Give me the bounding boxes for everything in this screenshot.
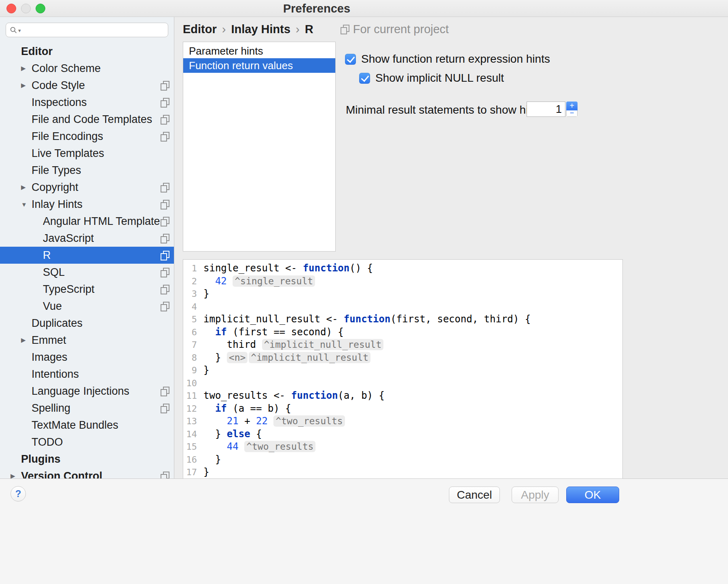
show-implicit-null-option: Show implicit NULL result [359,72,504,85]
sidebar-item-file-types[interactable]: File Types [0,162,174,179]
chevron-collapsed-icon[interactable]: ▶ [11,472,21,478]
sidebar-item-code-style[interactable]: ▶Code Style [0,77,174,94]
sidebar-item-label: JavaScript [43,232,160,245]
inlay-hint: ^two_results [244,441,315,452]
sidebar-item-label: Plugins [21,453,174,466]
code-text: } [203,364,622,377]
breadcrumb-inlay-hints[interactable]: Inlay Hints [231,23,290,36]
decrement-button[interactable]: − [566,110,578,117]
sidebar-item-label: Color Scheme [32,62,174,75]
search-options-caret-icon[interactable]: ▾ [18,28,21,34]
close-button[interactable] [6,4,16,13]
cancel-button[interactable]: Cancel [449,487,500,503]
minimize-button [21,4,31,13]
code-text: third ^implicit_null_result [203,339,622,351]
sidebar-item-label: Version Control [21,470,160,479]
hint-type-function-return-values[interactable]: Function return values [183,58,335,73]
copy-settings-icon [160,234,169,243]
code-lines: 1single_result <- function() {2 42 ^sing… [183,262,622,478]
search-area: ▾ [0,17,174,41]
sidebar-item-todo[interactable]: TODO [0,434,174,451]
line-number: 5 [183,313,203,326]
sidebar-item-label: Inspections [32,96,160,109]
sidebar-item-typescript[interactable]: TypeScript [0,281,174,298]
sidebar-item-plugins[interactable]: Plugins [0,451,174,468]
sidebar-item-inlay-hints[interactable]: ▼Inlay Hints [0,196,174,213]
breadcrumb-editor[interactable]: Editor [183,23,217,36]
line-number: 2 [183,275,203,288]
for-current-project: For current project [340,23,449,36]
code-text: if (a == b) { [203,402,622,415]
zoom-button[interactable] [36,4,45,13]
copy-settings-icon [160,183,169,192]
sidebar-item-label: File and Code Templates [32,113,160,126]
line-number: 9 [183,364,203,377]
inlay-hint: ^single_result [233,275,315,287]
minimal-statements-input[interactable] [527,102,565,117]
sidebar-item-inspections[interactable]: Inspections [0,94,174,111]
sidebar-item-language-injections[interactable]: Language Injections [0,383,174,400]
breadcrumb-r: R [305,23,313,36]
sidebar-item-file-encodings[interactable]: File Encodings [0,128,174,145]
settings-search-input[interactable] [23,24,165,36]
sidebar-item-version-control[interactable]: ▶Version Control [0,468,174,478]
search-field[interactable]: ▾ [6,23,168,37]
settings-main-pane: Editor › Inlay Hints › R For current pro… [175,17,728,478]
help-button[interactable]: ? [11,486,26,501]
sidebar-item-angular-html-template[interactable]: Angular HTML Template [0,213,174,230]
sidebar-item-duplicates[interactable]: Duplicates [0,315,174,332]
sidebar-item-label: Inlay Hints [32,198,160,211]
sidebar-item-editor[interactable]: Editor [0,43,174,60]
sidebar-item-vue[interactable]: Vue [0,298,174,315]
sidebar-item-label: File Encodings [32,130,160,143]
copy-settings-icon [160,132,169,141]
sidebar-item-sql[interactable]: SQL [0,264,174,281]
show-implicit-null-checkbox[interactable] [359,73,370,84]
chevron-collapsed-icon[interactable]: ▶ [21,65,32,72]
chevron-collapsed-icon[interactable]: ▶ [21,336,32,344]
sidebar-item-copyright[interactable]: ▶Copyright [0,179,174,196]
sidebar-item-file-and-code-templates[interactable]: File and Code Templates [0,111,174,128]
line-number: 17 [183,466,203,478]
sidebar-item-label: Live Templates [32,147,174,160]
chevron-collapsed-icon[interactable]: ▶ [21,184,32,191]
sidebar-item-label: Code Style [32,79,160,92]
sidebar-item-emmet[interactable]: ▶Emmet [0,332,174,349]
minimal-statements-label: Minimal result statements to show hints [346,104,544,116]
show-return-hints-checkbox[interactable] [345,54,356,65]
sidebar-item-label: Intentions [32,368,174,381]
chevron-collapsed-icon[interactable]: ▶ [21,82,32,89]
chevron-expanded-icon[interactable]: ▼ [21,201,32,208]
hint-type-parameter-hints[interactable]: Parameter hints [183,44,335,58]
inlay-hint: <n> [227,352,248,363]
code-preview-panel[interactable]: 1single_result <- function() {2 42 ^sing… [183,259,623,478]
minimal-statements-field: + − [527,102,578,117]
code-line: 10 [183,377,622,390]
sidebar-item-images[interactable]: Images [0,349,174,366]
copy-settings-icon [160,251,169,260]
code-line: 3} [183,288,622,300]
code-line: 1single_result <- function() { [183,262,622,275]
line-number: 11 [183,389,203,402]
sidebar-item-intentions[interactable]: Intentions [0,366,174,383]
copy-settings-icon [160,302,169,311]
ok-button[interactable]: OK [566,487,619,503]
sidebar-item-r[interactable]: R [0,247,174,264]
hint-types-list: Parameter hintsFunction return values [183,42,336,252]
code-text: 42 ^single_result [203,275,622,288]
sidebar-item-color-scheme[interactable]: ▶Color Scheme [0,60,174,77]
sidebar-item-label: R [43,249,160,262]
show-return-hints-label: Show function return expression hints [361,53,550,66]
code-line: 6 if (first == second) { [183,326,622,339]
apply-button[interactable]: Apply [512,487,559,503]
sidebar-item-live-templates[interactable]: Live Templates [0,145,174,162]
code-text [203,300,622,313]
sidebar-item-javascript[interactable]: JavaScript [0,230,174,247]
copy-settings-icon [160,387,169,396]
sidebar-item-textmate-bundles[interactable]: TextMate Bundles [0,417,174,434]
sidebar-item-spelling[interactable]: Spelling [0,400,174,417]
sidebar-tree: Editor▶Color Scheme▶Code StyleInspection… [0,43,174,478]
code-line: 12 if (a == b) { [183,402,622,415]
code-text: } [203,466,622,478]
for-current-project-icon [340,25,349,34]
